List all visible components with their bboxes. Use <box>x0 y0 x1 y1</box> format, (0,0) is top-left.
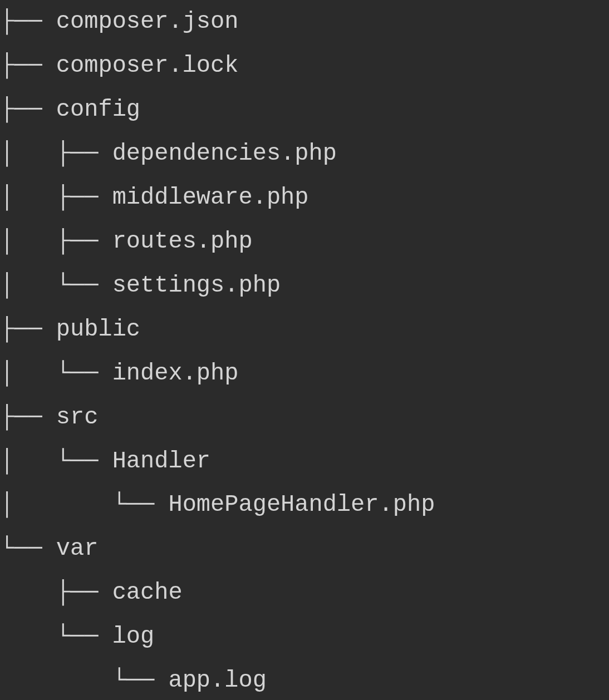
tree-line: │ └── index.php <box>0 360 238 387</box>
tree-line: │ └── Handler <box>0 448 210 475</box>
tree-prefix: ├── <box>0 404 56 431</box>
tree-item-name: Handler <box>112 448 210 475</box>
tree-prefix: ├── <box>0 52 56 79</box>
tree-prefix: │ └── <box>0 360 112 387</box>
tree-item-name: log <box>112 623 155 650</box>
tree-item-name: settings.php <box>112 272 281 299</box>
tree-prefix: │ ├── <box>0 184 112 211</box>
tree-line: └── var <box>0 535 98 562</box>
tree-line: ├── composer.lock <box>0 52 238 79</box>
tree-line: │ └── settings.php <box>0 272 281 299</box>
tree-line: ├── public <box>0 316 140 343</box>
tree-item-name: src <box>56 404 99 431</box>
tree-item-name: composer.json <box>56 8 239 35</box>
tree-item-name: config <box>56 96 140 123</box>
tree-item-name: public <box>56 316 140 343</box>
tree-item-name: middleware.php <box>112 184 309 211</box>
tree-prefix: └── <box>0 623 112 650</box>
tree-prefix: └── <box>0 667 168 694</box>
tree-prefix: ├── <box>0 579 112 606</box>
tree-line: │ ├── middleware.php <box>0 184 309 211</box>
tree-prefix: │ ├── <box>0 140 112 167</box>
tree-line: └── app.log <box>0 667 267 694</box>
tree-line: ├── cache <box>0 579 183 606</box>
tree-line: ├── config <box>0 96 140 123</box>
tree-line: └── log <box>0 623 154 650</box>
tree-prefix: │ ├── <box>0 228 112 255</box>
tree-line: ├── composer.json <box>0 8 238 35</box>
tree-item-name: dependencies.php <box>112 140 337 167</box>
directory-tree: ├── composer.json ├── composer.lock ├── … <box>0 0 609 700</box>
tree-prefix: │ └── <box>0 491 168 518</box>
tree-line: ├── src <box>0 404 98 431</box>
tree-line: │ └── HomePageHandler.php <box>0 491 435 518</box>
tree-item-name: app.log <box>168 667 266 694</box>
tree-prefix: │ └── <box>0 272 112 299</box>
tree-prefix: │ └── <box>0 448 112 475</box>
tree-line: │ ├── routes.php <box>0 228 253 255</box>
tree-prefix: └── <box>0 535 56 562</box>
tree-prefix: ├── <box>0 96 56 123</box>
tree-item-name: routes.php <box>112 228 253 255</box>
tree-item-name: composer.lock <box>56 52 239 79</box>
tree-item-name: cache <box>112 579 183 606</box>
tree-line: │ ├── dependencies.php <box>0 140 337 167</box>
tree-item-name: index.php <box>112 360 239 387</box>
tree-prefix: ├── <box>0 8 56 35</box>
tree-item-name: HomePageHandler.php <box>168 491 435 518</box>
tree-item-name: var <box>56 535 99 562</box>
tree-prefix: ├── <box>0 316 56 343</box>
